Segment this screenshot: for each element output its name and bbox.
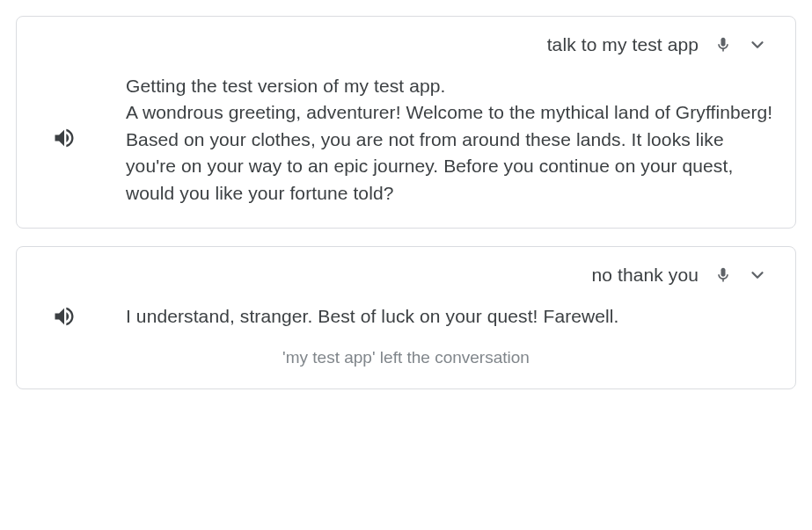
user-input-row: no thank you [38,265,774,286]
conversation-status-text: 'my test app' left the conversation [38,348,774,367]
user-input-text: talk to my test app [547,34,699,55]
assistant-response-text: I understand, stranger. Best of luck on … [126,303,774,330]
microphone-icon[interactable] [714,36,732,54]
microphone-icon[interactable] [714,266,732,284]
user-input-row: talk to my test app [38,34,774,55]
assistant-response-text: Getting the test version of my test app.… [126,73,774,207]
assistant-response-row: I understand, stranger. Best of luck on … [38,303,774,330]
conversation-card: no thank you I understand, stranger. Bes… [16,246,796,388]
chevron-down-icon[interactable] [748,265,767,285]
conversation-card: talk to my test app Getting the test ver… [16,16,796,229]
chevron-down-icon[interactable] [748,35,767,54]
assistant-response-row: Getting the test version of my test app.… [38,73,774,207]
speaker-icon[interactable] [52,126,77,150]
user-input-text: no thank you [592,265,699,286]
speaker-icon[interactable] [52,304,77,329]
